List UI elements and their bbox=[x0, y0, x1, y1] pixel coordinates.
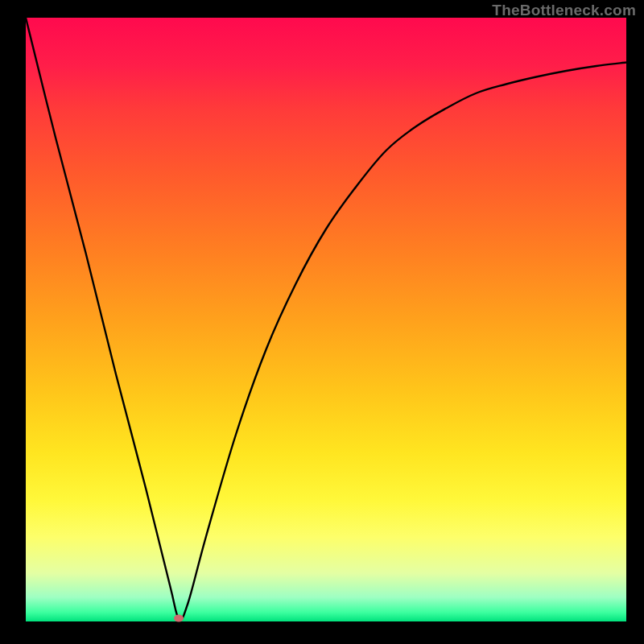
attribution-label: TheBottleneck.com bbox=[492, 2, 636, 19]
curve-min-marker bbox=[174, 615, 184, 622]
chart-stage: TheBottleneck.com bbox=[0, 0, 644, 644]
plot-area bbox=[26, 18, 626, 621]
bottleneck-curve bbox=[26, 18, 626, 621]
